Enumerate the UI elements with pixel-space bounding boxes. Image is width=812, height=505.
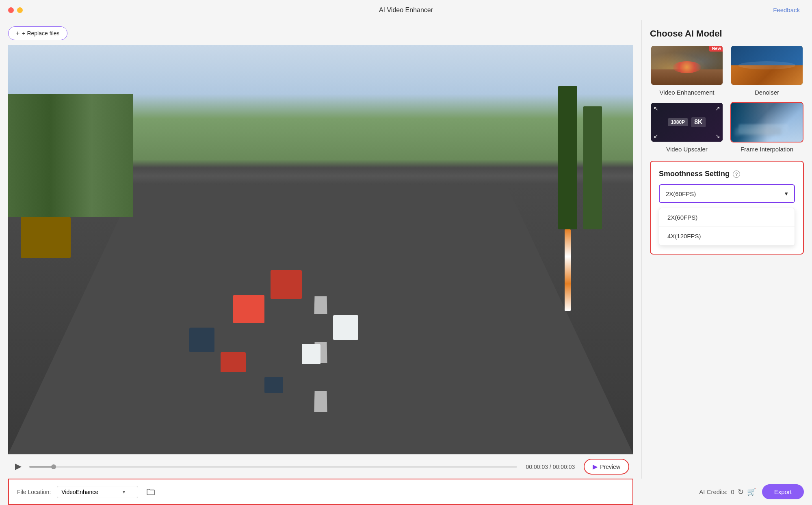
close-button[interactable] <box>8 7 14 13</box>
model-image-denoiser <box>730 45 803 86</box>
model-card-frame-interpolation[interactable]: Frame Interpolation <box>730 102 804 153</box>
denoiser-preview <box>731 46 803 85</box>
refresh-icon[interactable]: ↻ <box>738 488 744 496</box>
left-panel: + + Replace files <box>0 20 641 505</box>
traffic-lights <box>8 7 23 13</box>
model-image-video-upscaler: 1080P 8K ↖ ↗ ↙ ↘ <box>650 102 723 142</box>
play-button[interactable] <box>12 461 24 473</box>
folder-icon <box>146 488 155 496</box>
model-label-video-upscaler: Video Upscaler <box>666 146 707 153</box>
smoothness-dropdown-options: 2X(60FPS) 4X(120FPS) <box>659 208 795 246</box>
current-time: 00:00:03 <box>526 464 548 470</box>
model-card-video-enhancement[interactable]: New Video Enhancement <box>650 45 724 96</box>
timeline-progress <box>29 466 54 468</box>
smoothness-selected-value: 2X(60FPS) <box>666 190 696 197</box>
folder-open-button[interactable] <box>144 486 157 499</box>
preview-button[interactable]: ▶ Preview <box>584 459 629 475</box>
model-image-frame-interpolation <box>730 102 803 142</box>
video-player <box>8 45 633 454</box>
preview-label: Preview <box>600 464 620 470</box>
feedback-link[interactable]: Feedback <box>773 6 800 13</box>
model-image-video-enhancement: New <box>650 45 723 86</box>
controls-bar: 00:00:03 / 00:00:03 ▶ Preview <box>8 454 633 479</box>
smoothness-option-2x[interactable]: 2X(60FPS) <box>659 208 795 227</box>
model-label-frame-interpolation: Frame Interpolation <box>741 146 793 153</box>
timeline-thumb[interactable] <box>51 464 56 469</box>
upscaler-preview: 1080P 8K ↖ ↗ ↙ ↘ <box>651 103 723 142</box>
choose-model-title: Choose AI Model <box>650 28 804 39</box>
file-location-label: File Location: <box>17 489 51 495</box>
smoothness-section: Smoothness Setting ? 2X(60FPS) ▾ 2X(60FP… <box>650 161 804 255</box>
replace-files-button[interactable]: + + Replace files <box>8 26 67 40</box>
time-separator: / <box>550 464 553 470</box>
titlebar: AI Video Enhancer Feedback <box>0 0 812 20</box>
credits-count: 0 <box>731 488 734 495</box>
model-label-denoiser: Denoiser <box>755 89 779 96</box>
interpolation-preview <box>731 103 803 142</box>
ai-models-grid: New Video Enhancement <box>650 45 804 153</box>
smoothness-chevron-icon: ▾ <box>785 190 788 197</box>
help-icon[interactable]: ? <box>733 170 740 178</box>
replace-files-label: + Replace files <box>22 30 59 37</box>
smoothness-option-4x[interactable]: 4X(120FPS) <box>659 227 795 245</box>
smoothness-title: Smoothness Setting ? <box>659 170 795 178</box>
model-label-video-enhancement: Video Enhancement <box>660 89 715 96</box>
export-button[interactable]: Export <box>762 484 804 499</box>
main-layout: + + Replace files <box>0 20 812 505</box>
model-card-denoiser[interactable]: Denoiser <box>730 45 804 96</box>
total-time: 00:00:03 <box>553 464 575 470</box>
cart-icon[interactable]: 🛒 <box>747 488 756 496</box>
choose-model-section: Choose AI Model New Video Enhancement <box>650 28 804 153</box>
video-enhance-preview <box>651 46 723 85</box>
preview-play-icon: ▶ <box>593 463 598 470</box>
ai-credits: AI Credits: 0 ↻ 🛒 <box>699 488 756 496</box>
timeline-track[interactable] <box>29 466 517 468</box>
new-badge: New <box>709 45 723 52</box>
play-icon <box>15 464 22 470</box>
file-location-bar: File Location: VideoEnhance ▾ <box>8 479 633 505</box>
video-scene <box>8 45 633 454</box>
right-panel: Choose AI Model New Video Enhancement <box>641 20 812 505</box>
smoothness-title-text: Smoothness Setting <box>659 170 730 178</box>
model-card-video-upscaler[interactable]: 1080P 8K ↖ ↗ ↙ ↘ Video Upscaler <box>650 102 724 153</box>
minimize-button[interactable] <box>17 7 23 13</box>
app-title: AI Video Enhancer <box>379 6 433 14</box>
export-bar: AI Credits: 0 ↻ 🛒 Export <box>641 479 812 505</box>
time-display: 00:00:03 / 00:00:03 <box>526 464 575 470</box>
file-location-value: VideoEnhance <box>61 489 98 495</box>
file-location-select[interactable]: VideoEnhance ▾ <box>57 486 138 498</box>
chevron-down-icon: ▾ <box>123 489 125 495</box>
timeline[interactable] <box>29 466 517 468</box>
plus-icon: + <box>16 30 19 37</box>
smoothness-select[interactable]: 2X(60FPS) ▾ <box>659 184 795 203</box>
ai-credits-label: AI Credits: <box>699 488 728 495</box>
